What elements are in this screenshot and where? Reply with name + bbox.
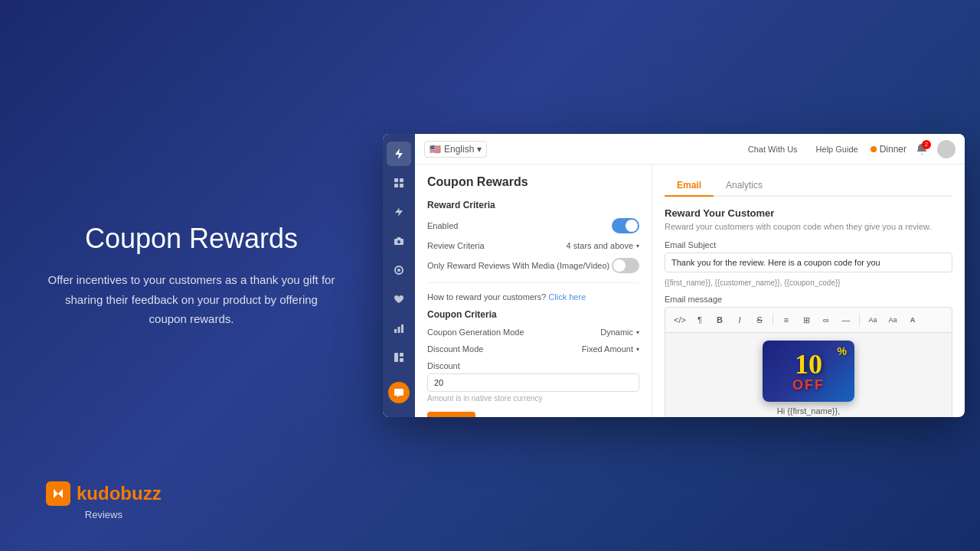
toolbar-font-color-btn[interactable]: Aa <box>884 311 901 328</box>
enabled-label: Enabled <box>427 221 458 230</box>
grid-icon <box>394 178 404 188</box>
sidebar-item-bolt[interactable] <box>387 142 411 166</box>
sidebar-item-heart[interactable] <box>387 287 411 311</box>
click-here-link[interactable]: Click here <box>548 292 586 302</box>
only-media-row: Only Reward Reviews With Media (Image/Vi… <box>427 258 639 273</box>
form-panel: Coupon Rewards Reward Criteria Enabled R… <box>415 165 652 417</box>
enabled-toggle[interactable] <box>612 218 639 233</box>
discount-mode-arrow: ▾ <box>636 346 639 353</box>
flag-icon: 🇺🇸 <box>430 144 441 155</box>
language-selector[interactable]: 🇺🇸 English ▾ <box>424 141 487 158</box>
svg-rect-2 <box>394 184 398 187</box>
svg-rect-7 <box>398 327 400 333</box>
coupon-visual: % 10 OFF <box>763 341 854 402</box>
bolt-icon <box>393 148 405 160</box>
sidebar <box>383 134 415 417</box>
kb-text: kudobuzz <box>77 483 162 504</box>
toolbar-highlight-btn[interactable]: A <box>904 311 921 328</box>
chat-with-us-btn[interactable]: Chat With Us <box>742 142 804 156</box>
branding-logo: kudobuzz <box>46 481 162 506</box>
review-criteria-value: 4 stars and above <box>567 241 633 250</box>
toolbar-link-btn[interactable]: ∞ <box>818 311 835 328</box>
lang-dropdown-arrow: ▾ <box>477 144 482 155</box>
email-body: % 10 OFF Hi {{first_name}}, <box>665 332 952 417</box>
toolbar-strike-btn[interactable]: S <box>751 311 768 328</box>
only-media-toggle[interactable] <box>612 258 639 273</box>
main-content: 🇺🇸 English ▾ Chat With Us Help Guide Din… <box>415 134 965 417</box>
page-title: Coupon Rewards <box>427 175 639 189</box>
lightning-icon <box>394 207 404 217</box>
save-button[interactable]: Save <box>427 412 475 417</box>
discount-mode-dropdown[interactable]: Fixed Amount ▾ <box>582 344 639 354</box>
how-to-reward-label: How to reward your customers? <box>427 292 546 302</box>
toolbar-hr-btn[interactable]: — <box>838 311 854 328</box>
chart-icon <box>394 323 404 334</box>
tab-email[interactable]: Email <box>665 175 714 197</box>
discount-label: Discount <box>427 361 639 370</box>
review-criteria-dropdown[interactable]: 4 stars and above ▾ <box>567 241 639 250</box>
sidebar-item-circle[interactable] <box>387 258 411 282</box>
toolbar-list-btn[interactable]: ≡ <box>778 311 795 328</box>
tabs-row: Email Analytics <box>665 175 952 197</box>
kb-name-part1: kudo <box>77 483 120 504</box>
svg-rect-8 <box>401 324 403 333</box>
branding-subtitle: Reviews <box>85 509 122 520</box>
reward-criteria-title: Reward Criteria <box>427 200 639 210</box>
enabled-row: Enabled <box>427 218 639 233</box>
notification-btn[interactable]: 2 <box>913 140 931 158</box>
reward-desc: Reward your customers with coupon code w… <box>665 222 952 231</box>
only-media-label: Only Reward Reviews With Media (Image/Vi… <box>427 261 609 270</box>
coupon-10: 10 <box>795 350 822 378</box>
generation-mode-dropdown[interactable]: Dynamic ▾ <box>600 328 639 337</box>
sidebar-item-chart[interactable] <box>387 316 411 341</box>
svg-rect-3 <box>400 184 403 187</box>
review-criteria-label: Review Criteria <box>427 241 485 250</box>
toolbar-divider-1 <box>773 314 773 326</box>
page-content: Coupon Rewards Reward Criteria Enabled R… <box>415 165 965 417</box>
editor-toolbar: </> ¶ B I S ≡ ⊞ ∞ — Aa Aa A <box>665 307 952 332</box>
store-dot <box>871 146 877 152</box>
toolbar-paragraph-btn[interactable]: ¶ <box>691 311 708 328</box>
left-panel: Coupon Rewards Offer incentives to your … <box>46 223 337 329</box>
discount-input[interactable] <box>427 373 639 392</box>
svg-rect-9 <box>394 353 398 362</box>
review-criteria-arrow: ▾ <box>636 243 639 249</box>
chat-button[interactable] <box>388 382 410 403</box>
coupon-criteria-title: Coupon Criteria <box>427 309 639 320</box>
sidebar-item-camera[interactable] <box>387 229 411 253</box>
toolbar-font-size-btn[interactable]: Aa <box>864 311 881 328</box>
chat-icon <box>394 387 404 398</box>
reward-your-customer-title: Reward Your Customer <box>665 207 952 219</box>
amount-hint: Amount is in native store currency <box>427 394 639 403</box>
template-vars: {{first_name}}, {{customer_name}}, {{cou… <box>665 279 952 287</box>
camera-icon <box>394 236 404 246</box>
user-avatar[interactable] <box>937 140 956 158</box>
sidebar-item-lightning[interactable] <box>387 200 411 224</box>
kb-logo-svg <box>51 486 66 501</box>
coupon-percent: % <box>838 345 847 357</box>
coupon-off-text: OFF <box>792 378 825 392</box>
email-subject-input[interactable] <box>665 253 952 272</box>
help-guide-btn[interactable]: Help Guide <box>810 142 864 156</box>
toolbar-table-btn[interactable]: ⊞ <box>798 311 815 328</box>
toolbar-bold-btn[interactable]: B <box>711 311 728 328</box>
sidebar-item-layout[interactable] <box>387 345 411 370</box>
store-name: Dinner <box>880 144 906 155</box>
toolbar-code-btn[interactable]: </> <box>671 311 688 328</box>
svg-rect-11 <box>400 358 403 362</box>
topbar: 🇺🇸 English ▾ Chat With Us Help Guide Din… <box>415 134 965 165</box>
toolbar-divider-2 <box>859 314 860 326</box>
sidebar-item-grid[interactable] <box>387 171 411 195</box>
generation-mode-arrow: ▾ <box>636 329 639 336</box>
svg-rect-1 <box>400 178 403 182</box>
language-label: English <box>444 144 474 155</box>
tab-analytics[interactable]: Analytics <box>714 175 775 197</box>
discount-field: Discount Amount is in native store curre… <box>427 361 639 403</box>
email-subject-label: Email Subject <box>665 240 952 249</box>
left-panel-description: Offer incentives to your customers as a … <box>46 270 337 329</box>
layout-icon <box>394 352 404 363</box>
svg-point-5 <box>397 269 400 272</box>
toolbar-italic-btn[interactable]: I <box>731 311 748 328</box>
generation-mode-value: Dynamic <box>600 328 633 337</box>
coupon-number-row: 10 <box>795 350 822 378</box>
